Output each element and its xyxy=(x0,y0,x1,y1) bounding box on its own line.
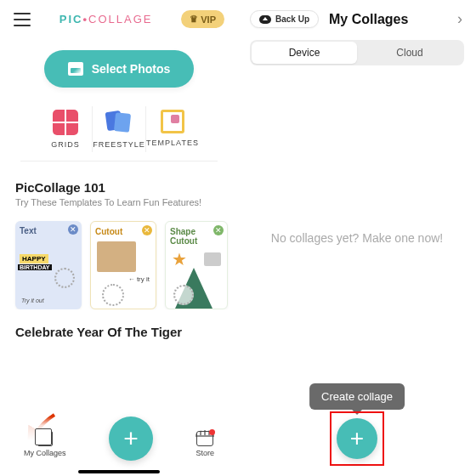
left-header: PIC•COLLAGE ♛VIP xyxy=(0,0,238,35)
plus-icon: + xyxy=(350,425,364,452)
page-title: My Collages xyxy=(329,12,450,27)
create-collage-fab[interactable]: + xyxy=(337,418,377,459)
card-cutout-arrow: ← try it xyxy=(128,275,150,283)
chevron-right-icon[interactable]: › xyxy=(457,10,464,28)
card-text-note: Try it out xyxy=(21,298,44,303)
cloud-upload-icon xyxy=(259,15,271,24)
right-header: Back Up My Collages › xyxy=(238,0,476,37)
annotation-highlight-box: + xyxy=(330,411,384,466)
dotted-circle-icon xyxy=(54,268,75,288)
tab-my-collages-label: My Collages xyxy=(24,449,66,457)
brand-collage: COLLAGE xyxy=(88,13,152,26)
mode-freestyle-label: FREESTYLE xyxy=(93,140,145,149)
star-icon: ★ xyxy=(172,249,187,269)
create-collage-tooltip: Create collage xyxy=(309,383,405,410)
card-text-tag2: BIRTHDAY xyxy=(18,264,52,270)
vip-badge[interactable]: ♛VIP xyxy=(181,10,224,28)
backup-button[interactable]: Back Up xyxy=(250,10,319,28)
tab-device[interactable]: Device xyxy=(252,42,357,64)
template-card-shape-cutout[interactable]: ✕ Shape Cutout ★ xyxy=(165,221,228,309)
bottom-bar: My Collages + Store xyxy=(0,416,238,476)
my-collages-screen: Back Up My Collages › Device Cloud No co… xyxy=(238,0,476,476)
dotted-circle-icon xyxy=(102,284,124,306)
close-icon[interactable]: ✕ xyxy=(213,225,224,235)
mode-freestyle[interactable]: FREESTYLE xyxy=(92,106,145,152)
my-collages-icon xyxy=(37,431,53,446)
backup-label: Back Up xyxy=(275,14,309,24)
notification-dot-icon xyxy=(209,429,215,435)
template-card-cutout[interactable]: ✕ Cutout ← try it xyxy=(90,221,156,309)
tab-store-label: Store xyxy=(196,449,214,457)
menu-button[interactable] xyxy=(14,13,31,26)
segmented-control: Device Cloud xyxy=(250,40,464,65)
card-text-tag1: HAPPY xyxy=(20,254,48,264)
mode-templates[interactable]: TEMPLATES xyxy=(145,106,199,152)
create-fab[interactable]: + xyxy=(109,416,153,461)
mode-grids[interactable]: GRIDS xyxy=(39,106,92,152)
plus-icon: + xyxy=(123,424,139,453)
brand-pic: PIC xyxy=(60,13,83,26)
brand-logo: PIC•COLLAGE xyxy=(60,13,153,26)
photo-icon xyxy=(68,62,83,76)
section-101-subtitle: Try These Templates To Learn Fun Feature… xyxy=(15,197,223,207)
dotted-circle-icon xyxy=(173,285,194,305)
template-cards[interactable]: ✕ Text HAPPY BIRTHDAY Try it out ✕ Cutou… xyxy=(0,212,238,309)
celebrate-title: Celebrate Year Of The Tiger xyxy=(15,325,223,339)
photo-placeholder-icon xyxy=(97,241,136,272)
home-screen: PIC•COLLAGE ♛VIP Select Photos GRIDS FRE… xyxy=(0,0,238,476)
mode-grids-label: GRIDS xyxy=(51,140,80,149)
empty-state-text: No collages yet? Make one now! xyxy=(238,231,476,245)
grids-icon xyxy=(53,110,78,135)
crown-icon: ♛ xyxy=(190,14,198,25)
select-photos-button[interactable]: Select Photos xyxy=(44,50,195,88)
template-card-text[interactable]: ✕ Text HAPPY BIRTHDAY Try it out xyxy=(15,221,82,309)
section-celebrate: Celebrate Year Of The Tiger xyxy=(0,309,238,339)
mode-row: GRIDS FREESTYLE TEMPLATES xyxy=(20,101,218,162)
home-indicator xyxy=(78,470,160,473)
section-piccollage-101: PicCollage 101 Try These Templates To Le… xyxy=(0,162,238,212)
freestyle-icon xyxy=(106,110,132,135)
tab-my-collages[interactable]: My Collages xyxy=(24,431,66,457)
select-photos-label: Select Photos xyxy=(92,62,171,76)
templates-icon xyxy=(161,110,184,133)
small-photo-icon xyxy=(204,252,221,266)
section-101-title: PicCollage 101 xyxy=(15,180,223,195)
store-icon xyxy=(196,431,213,446)
tab-cloud[interactable]: Cloud xyxy=(357,42,462,64)
close-icon[interactable]: ✕ xyxy=(142,225,152,235)
tab-store[interactable]: Store xyxy=(196,431,214,457)
close-icon[interactable]: ✕ xyxy=(68,224,78,235)
mode-templates-label: TEMPLATES xyxy=(146,139,199,147)
